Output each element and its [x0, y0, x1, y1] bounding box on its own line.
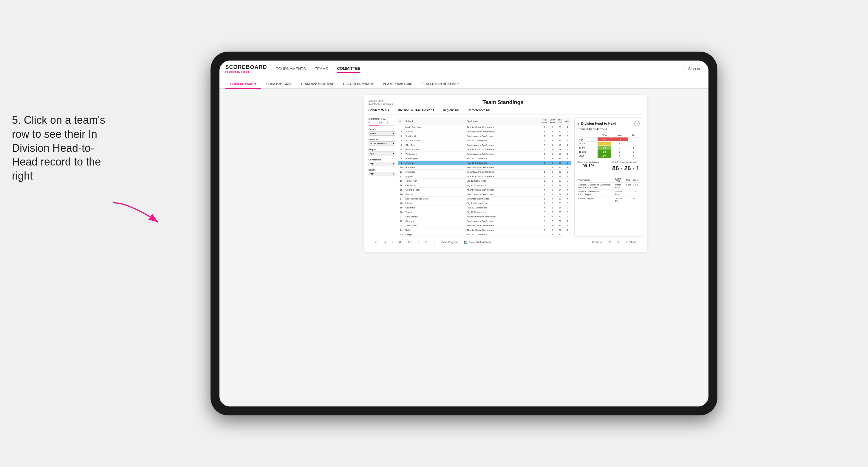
table-row[interactable]: 15 Georgia Tech Atlantic Coast Conferenc… — [398, 188, 571, 192]
table-row[interactable]: 22 Georgia Southeastern Conference 8 7 2… — [398, 219, 571, 223]
table-row[interactable]: 5 Ole Miss Southeastern Conference 3 6 1… — [398, 143, 571, 147]
watch-btn[interactable]: 👁 Watch — [590, 240, 605, 245]
sub-nav-team-h2h-heatmap[interactable]: TEAM H2H HEATMAP — [296, 80, 339, 89]
table-row[interactable]: 4 Arizona State Pac-12 Conference 4 9 26… — [398, 138, 571, 143]
min-rounds-slider[interactable] — [369, 125, 395, 126]
sub-nav-player-h2h-grid[interactable]: PLAYER H2H GRID — [378, 80, 417, 89]
cell-conf-rank: 8 — [548, 134, 556, 138]
cell-conference: Pac-12 Conference — [465, 156, 540, 161]
view-original-btn[interactable]: View: Original — [439, 240, 459, 245]
share-btn[interactable]: ↗ Share — [624, 240, 638, 245]
table-row[interactable]: 13 Texas Tech Big 12 Conference 1 9 27 2 — [398, 179, 571, 183]
cell-rds: 20 — [556, 210, 564, 214]
h2h-row: >100 27 0 0 — [578, 154, 640, 158]
table-row[interactable]: 1 North Carolina Atlantic Coast Conferen… — [398, 125, 571, 129]
save-custom-btn[interactable]: 💾 Save Custom View — [462, 240, 493, 245]
table-row[interactable]: 9 Arizona Pac-12 Conference 5 8 23 3 — [398, 161, 571, 165]
table-row[interactable]: 11 Arkansas Southeastern Conference 6 8 … — [398, 170, 571, 174]
undo-btn[interactable]: ↩ — [373, 240, 379, 245]
close-button[interactable]: ✕ — [634, 121, 640, 126]
cell-win: 6 — [564, 129, 571, 134]
table-row[interactable]: 3 Vanderbilt Southeastern Conference 2 8… — [398, 134, 571, 138]
t-pos: 11 — [625, 196, 632, 204]
top-nav: SCOREBOARD Powered by clippd TOURNAMENTS… — [219, 61, 709, 77]
region-select[interactable]: N/A ▾ — [369, 152, 395, 156]
cell-rds: 27 — [556, 228, 564, 232]
h2h-col-label — [578, 133, 598, 137]
cell-conf-rank: 8 — [548, 156, 556, 161]
clock-btn[interactable]: ⏱ — [423, 240, 429, 245]
nav-teams[interactable]: TEAMS — [315, 65, 328, 72]
cell-rds: 24 — [556, 192, 564, 196]
nav-tournaments[interactable]: TOURNAMENTS — [276, 65, 306, 72]
paste-btn[interactable]: ⊕ • — [406, 240, 413, 245]
cell-conf-rank: 9 — [548, 214, 556, 219]
sub-nav-player-summary[interactable]: PLAYER SUMMARY — [339, 80, 378, 89]
cell-reg-rank: 1 — [540, 201, 548, 206]
h2h-loss: 2 — [611, 146, 627, 150]
cell-num: 5 — [398, 143, 404, 147]
table-row[interactable]: 17 East Tennessee State Southern Confere… — [398, 196, 571, 201]
gender-select[interactable]: Men's ▾ — [369, 131, 395, 136]
tournament-row[interactable]: Arizona Thunderbirds Intercollegiate Str… — [578, 190, 640, 196]
cell-school: Auburn — [404, 129, 466, 134]
h2h-tie: 0 — [628, 150, 640, 154]
min-rounds-min[interactable] — [369, 121, 377, 124]
conference-select[interactable]: (All) ▾ — [369, 162, 395, 166]
cell-school: Florida State — [404, 147, 466, 152]
nav-committee[interactable]: COMMITTEE — [337, 65, 360, 73]
table-row[interactable]: 10 Alabama Southeastern Conference 5 8 2… — [398, 165, 571, 170]
display-btn[interactable]: ⊞ — [607, 240, 613, 245]
h2h-tie: 0 — [628, 154, 640, 158]
cell-reg-rank: 4 — [540, 206, 548, 210]
filter-conference: Conference: All — [468, 108, 490, 112]
table-row[interactable]: 21 New Mexico Mountain West Conference 1… — [398, 214, 571, 219]
settings-btn[interactable]: ⚙ — [615, 240, 621, 245]
cell-rds: 23 — [556, 156, 564, 161]
table-row[interactable]: 19 California Pac-12 Conference 4 8 24 2 — [398, 206, 571, 210]
content-layout: Minimum Rou... - — [369, 118, 643, 237]
sub-nav-team-summary[interactable]: TEAM SUMMARY — [225, 80, 261, 89]
table-row[interactable]: 7 Tennessee Southeastern Conference 4 6 … — [398, 152, 571, 156]
cell-school: Texas — [404, 210, 466, 214]
table-row[interactable]: 20 Texas Big 12 Conference 3 7 20 0 — [398, 210, 571, 214]
table-row[interactable]: 6 Florida State Atlantic Coast Conferenc… — [398, 147, 571, 152]
copy-btn[interactable]: ⧉ — [398, 240, 403, 245]
cell-conf-rank: 9 — [548, 129, 556, 134]
cell-conf-rank: 4 — [548, 196, 556, 201]
cell-win: 1 — [564, 156, 571, 161]
standings-tbody: 1 North Carolina Atlantic Coast Conferen… — [398, 125, 571, 237]
col-school: School — [404, 118, 466, 125]
cell-num: 6 — [398, 147, 404, 152]
h2h-row: 11-25 11 8 0 — [578, 142, 640, 146]
cell-school: Washington — [404, 156, 466, 161]
table-row[interactable]: 18 Illinois Big Ten Conference 1 9 23 3 — [398, 201, 571, 206]
table-row[interactable]: 2 Auburn Southeastern Conference 1 9 27 … — [398, 129, 571, 134]
cell-conference: Southeastern Conference — [465, 143, 540, 147]
table-row[interactable]: 25 Oregon Pac-12 Conference 5 7 21 0 — [398, 232, 571, 237]
tournament-row[interactable]: Cabo Collegiate Stroke Play 11 17 — [578, 196, 640, 204]
sub-nav-team-h2h-grid[interactable]: TEAM H2H GRID — [261, 80, 296, 89]
redo-btn[interactable]: ↪ — [382, 240, 388, 245]
tournament-row[interactable]: Jackson T. Stephens Cup Men's Match-Play… — [578, 183, 640, 190]
table-row[interactable]: 23 Texas A&M Southeastern Conference 9 1… — [398, 223, 571, 228]
division-select[interactable]: NCAA Division I ▾ — [369, 142, 395, 146]
cell-win: 1 — [564, 228, 571, 232]
cell-win: 2 — [564, 183, 571, 188]
table-row[interactable]: 16 Florida Southeastern Conference 7 9 2… — [398, 192, 571, 196]
cell-school: Ole Miss — [404, 143, 466, 147]
cell-num: 1 — [398, 125, 404, 129]
table-row[interactable]: 14 Oklahoma Big 12 Conference 2 9 24 2 — [398, 183, 571, 188]
filters-row: Gender: Men's Division: NCAA Division I … — [369, 108, 643, 115]
table-row[interactable]: 12 Virginia Atlantic Coast Conference 3 … — [398, 174, 571, 179]
table-row[interactable]: 8 Washington Pac-12 Conference 2 8 23 1 — [398, 156, 571, 161]
wlt-record: 86 - 26 - 1 — [612, 165, 639, 172]
sign-out-btn[interactable]: Sign out — [688, 66, 703, 71]
min-rounds-max[interactable] — [379, 121, 388, 124]
school-select[interactable]: (All) ▾ — [369, 172, 395, 176]
cell-conf-rank: 8 — [548, 188, 556, 192]
cell-num: 8 — [398, 156, 404, 161]
sub-nav-player-h2h-heatmap[interactable]: PLAYER H2H HEATMAP — [417, 80, 463, 89]
t-col-event-type: Event Type — [614, 177, 625, 183]
table-row[interactable]: 24 Duke Atlantic Coast Conference 5 9 27… — [398, 228, 571, 232]
